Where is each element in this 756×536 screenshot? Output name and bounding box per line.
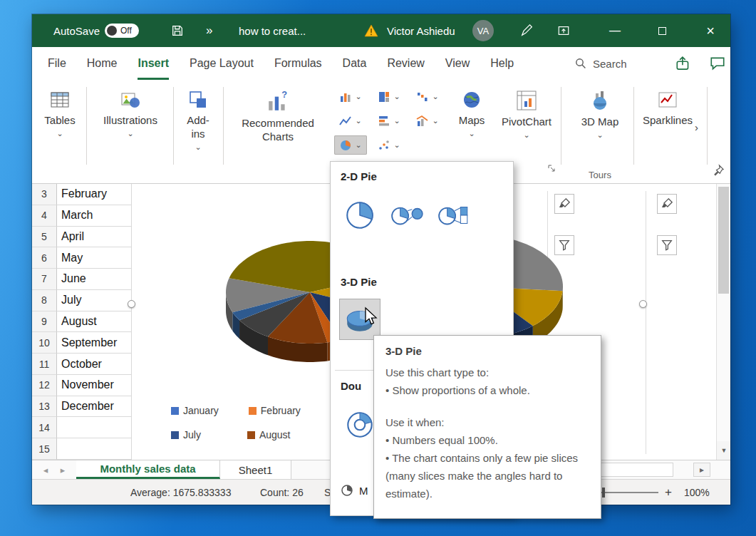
sparklines-button[interactable]: Sparklines (639, 84, 696, 168)
insert-waterfall-chart-button[interactable]: ⌄ (411, 87, 444, 106)
three-d-map-button[interactable]: 3D Map ⌄ (572, 84, 628, 168)
row-header[interactable]: 3 (32, 184, 57, 205)
insert-combo-chart-button[interactable]: ⌄ (411, 111, 444, 130)
cell[interactable]: December (57, 396, 132, 418)
recommended-charts-button[interactable]: ? Recommended Charts (226, 84, 330, 168)
save-button[interactable] (170, 24, 185, 38)
zoom-in-button[interactable]: + (665, 480, 672, 505)
add-ins-button[interactable]: Add-ins ⌄ (175, 84, 221, 168)
scrollbar-thumb[interactable] (718, 187, 729, 294)
charts-dialog-launcher[interactable] (547, 164, 556, 172)
minimize-button[interactable]: — (599, 14, 631, 47)
row-header[interactable]: 10 (32, 332, 57, 354)
insert-bar-chart-button[interactable]: ⌄ (373, 111, 405, 130)
tables-button[interactable]: Tables ⌄ (36, 84, 83, 168)
vertical-scrollbar[interactable]: ▼ (716, 184, 730, 460)
sheet-nav-right-button[interactable]: ▸ (55, 460, 71, 479)
sheet-tab-monthly-sales-data[interactable]: Monthly sales data (76, 460, 220, 479)
zoom-slider[interactable] (597, 492, 658, 493)
pen-button[interactable] (519, 24, 534, 38)
legend-item[interactable]: February (249, 405, 301, 416)
chart-resize-handle[interactable] (639, 300, 647, 308)
row-header[interactable]: 6 (32, 247, 57, 269)
ribbon-tab-file[interactable]: File (48, 47, 66, 80)
legend-item[interactable]: August (247, 429, 291, 440)
cell[interactable]: August (57, 311, 132, 333)
insert-scatter-chart-button[interactable]: ⌄ (373, 135, 405, 155)
legend-item[interactable]: July (171, 429, 201, 440)
search-button[interactable]: Search (575, 47, 627, 80)
group-scroll-chevron[interactable]: › (695, 121, 698, 133)
cell[interactable]: May (57, 247, 132, 269)
waterfall-chart-icon (416, 91, 429, 103)
chart-style-button[interactable] (554, 194, 574, 214)
ribbon-tab-formulas[interactable]: Formulas (274, 47, 322, 80)
ribbon-tab-help[interactable]: Help (490, 47, 514, 80)
cell[interactable]: September (57, 332, 132, 354)
ribbon-tab-page-layout[interactable]: Page Layout (190, 47, 254, 80)
quick-access-overflow-button[interactable]: » (206, 14, 212, 47)
row-header[interactable]: 13 (32, 396, 57, 418)
doughnut-icon (343, 408, 377, 442)
ribbon-tab-data[interactable]: Data (343, 47, 367, 80)
ribbon-tab-review[interactable]: Review (387, 47, 424, 80)
insert-pie-chart-button[interactable]: ⌄ (334, 135, 367, 155)
insert-hierarchy-chart-button[interactable]: ⌄ (373, 87, 405, 106)
illustrations-button[interactable]: Illustrations ⌄ (89, 84, 172, 168)
chart-style-button[interactable] (657, 194, 677, 214)
insert-line-chart-button[interactable]: ⌄ (334, 111, 367, 130)
zoom-level[interactable]: 100% (684, 480, 710, 505)
row-header[interactable]: 5 (32, 227, 57, 248)
close-button[interactable]: × (695, 14, 726, 47)
hscroll-right-button[interactable]: ▸ (693, 463, 710, 477)
chart-filter-button[interactable] (657, 235, 677, 255)
cell[interactable]: April (57, 227, 132, 248)
row-header[interactable]: 14 (32, 417, 57, 438)
zoom-slider-thumb[interactable] (602, 488, 605, 498)
pin-ribbon-button[interactable] (713, 164, 725, 176)
row-header[interactable]: 12 (32, 375, 57, 396)
autosave-toggle[interactable]: Off (105, 24, 139, 38)
ribbon-tab-view[interactable]: View (445, 47, 470, 80)
insert-column-chart-button[interactable]: ⌄ (334, 87, 367, 106)
pie-2d-button[interactable] (339, 195, 380, 236)
row-header[interactable]: 15 (32, 438, 57, 460)
ribbon-tab-insert[interactable]: Insert (138, 47, 169, 80)
row-header[interactable]: 9 (32, 311, 57, 333)
chart-resize-handle[interactable] (128, 300, 135, 308)
chart-filter-button[interactable] (554, 235, 574, 255)
pivotchart-button[interactable]: PivotChart ⌄ (495, 84, 558, 168)
cell[interactable]: June (57, 269, 132, 290)
ribbon-tab-home[interactable]: Home (87, 47, 118, 80)
sparklines-icon (658, 90, 678, 110)
bar-of-pie-button[interactable] (433, 195, 475, 236)
share-button[interactable] (675, 47, 692, 80)
cell[interactable] (57, 417, 132, 438)
ribbon-display-options-button[interactable] (556, 24, 571, 38)
scroll-down-button[interactable]: ▼ (717, 441, 730, 460)
maps-button[interactable]: Maps ⌄ (451, 84, 492, 168)
maximize-button[interactable] (646, 14, 678, 47)
pie-of-pie-button[interactable] (386, 195, 428, 236)
cell[interactable]: October (57, 354, 132, 375)
sheet-tab-sheet1[interactable]: Sheet1 (220, 460, 291, 479)
cell[interactable]: March (57, 205, 132, 227)
row-header[interactable]: 4 (32, 205, 57, 227)
sheet-nav-left-button[interactable]: ◂ (38, 460, 53, 479)
row-header[interactable]: 7 (32, 269, 57, 290)
cell[interactable]: July (57, 290, 132, 311)
comment-button[interactable] (709, 47, 726, 80)
cell[interactable] (57, 438, 132, 460)
row-header[interactable]: 8 (32, 290, 57, 311)
legend-swatch (171, 431, 179, 439)
row-header[interactable]: 11 (32, 354, 57, 375)
tooltip-line: Use this chart type to: (385, 364, 589, 381)
avatar[interactable]: VA (472, 20, 494, 41)
cell[interactable]: February (57, 184, 132, 205)
legend-item[interactable]: January (171, 405, 219, 416)
more-pie-charts-item[interactable]: M (341, 484, 368, 497)
cell[interactable]: November (57, 375, 132, 396)
user-name[interactable]: Victor Ashiedu (387, 14, 455, 47)
share-icon (675, 55, 692, 72)
upload-warning-icon[interactable] (364, 24, 378, 38)
